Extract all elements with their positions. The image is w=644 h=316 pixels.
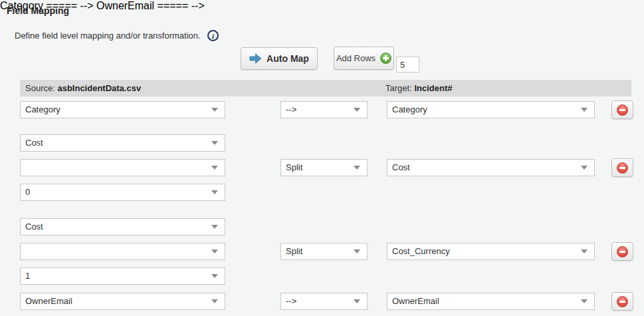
- selected-value: Cost: [25, 135, 43, 151]
- target-field-select[interactable]: Cost_Currency: [387, 243, 595, 260]
- source-field-select[interactable]: 1: [20, 267, 225, 285]
- transform-select[interactable]: -->: [280, 101, 368, 118]
- dropdown-arrow-icon: [581, 108, 588, 112]
- selected-value: Category: [25, 102, 60, 118]
- selected-value: OwnerEmail: [25, 293, 72, 309]
- dropdown-arrow-icon: [211, 274, 218, 278]
- add-rows-label: Add Rows: [336, 53, 376, 63]
- transform-select[interactable]: Split: [280, 159, 368, 176]
- selected-value: OwnerEmail: [392, 293, 439, 309]
- source-field-select[interactable]: Cost: [20, 134, 225, 152]
- source-field-select[interactable]: Cost: [20, 218, 225, 236]
- dropdown-arrow-icon: [581, 299, 588, 303]
- source-field-select[interactable]: [20, 159, 225, 176]
- dropdown-arrow-icon: [354, 299, 360, 303]
- transform-select[interactable]: Split: [280, 243, 368, 260]
- selected-value: Cost: [25, 219, 43, 235]
- mapping-table-header: Source: asbIncidentData.csv Target: Inci…: [20, 80, 631, 96]
- field-mapping-screen: Field Mapping Define field level mapping…: [0, 0, 644, 316]
- target-header: Target: Incident#: [385, 80, 452, 96]
- source-header: Source: asbIncidentData.csv: [25, 80, 141, 96]
- info-icon[interactable]: i: [207, 30, 219, 41]
- source-field-select[interactable]: Category: [20, 101, 225, 118]
- target-field-select[interactable]: OwnerEmail: [387, 293, 595, 310]
- dropdown-arrow-icon: [354, 249, 360, 253]
- target-header-label: Target:: [385, 83, 412, 93]
- dropdown-arrow-icon: [211, 190, 218, 194]
- target-header-value: Incident#: [414, 83, 452, 93]
- source-header-value: asbIncidentData.csv: [57, 83, 141, 93]
- dropdown-arrow-icon: [211, 166, 218, 170]
- add-rows-button[interactable]: Add Rows: [334, 47, 394, 70]
- dropdown-arrow-icon: [211, 108, 218, 112]
- auto-map-label: Auto Map: [267, 53, 309, 64]
- dropdown-arrow-icon: [581, 249, 588, 253]
- dropdown-arrow-icon: [581, 166, 588, 170]
- dropdown-arrow-icon: [211, 299, 218, 303]
- dropdown-arrow-icon: [354, 108, 360, 112]
- dropdown-arrow-icon: [211, 249, 218, 253]
- transform-select[interactable]: -->: [280, 293, 368, 310]
- source-header-label: Source:: [25, 83, 55, 93]
- selected-value: Cost: [392, 160, 410, 176]
- add-rows-count-input[interactable]: [396, 57, 419, 73]
- blue-arrow-icon: [249, 53, 262, 64]
- minus-circle-icon: [617, 246, 628, 257]
- source-field-select[interactable]: OwnerEmail: [20, 293, 225, 310]
- minus-circle-icon: [617, 104, 628, 116]
- dropdown-arrow-icon: [211, 141, 218, 145]
- selected-value: Split: [286, 243, 302, 259]
- selected-value: -->: [286, 102, 296, 118]
- selected-value: -->: [286, 293, 296, 309]
- remove-row-button[interactable]: [611, 242, 633, 261]
- selected-value: 1: [25, 268, 30, 284]
- target-field-select[interactable]: Category: [387, 101, 595, 118]
- source-field-select[interactable]: 0: [20, 184, 225, 201]
- selected-value: Split: [286, 160, 302, 176]
- remove-row-button[interactable]: [611, 292, 633, 311]
- auto-map-button[interactable]: Auto Map: [241, 47, 318, 70]
- plus-circle-icon: [380, 53, 391, 64]
- selected-value: Cost_Currency: [392, 243, 450, 259]
- target-field-select[interactable]: Cost: [387, 159, 595, 176]
- dropdown-arrow-icon: [354, 166, 360, 170]
- subtitle-text: Define field level mapping and/or transf…: [15, 31, 201, 41]
- selected-value: 0: [25, 184, 30, 200]
- page-title: Field Mapping: [7, 5, 69, 16]
- remove-row-button[interactable]: [611, 158, 633, 177]
- selected-value: Category: [392, 102, 427, 118]
- minus-circle-icon: [617, 296, 628, 307]
- source-field-select[interactable]: [20, 243, 225, 260]
- dropdown-arrow-icon: [211, 225, 218, 229]
- minus-circle-icon: [617, 162, 628, 174]
- remove-row-button[interactable]: [611, 100, 633, 119]
